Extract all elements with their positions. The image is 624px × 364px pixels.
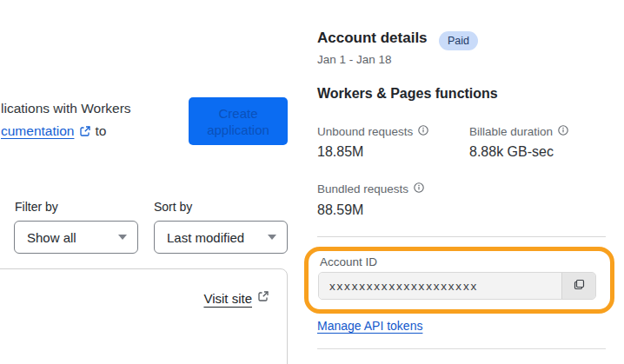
external-link-icon — [257, 290, 269, 306]
bundled-requests-label: Bundled requests — [317, 182, 424, 195]
filter-select-value: Show all — [27, 230, 76, 245]
sort-select[interactable]: Last modified — [154, 221, 288, 254]
billable-duration-label: Billable duration — [469, 125, 568, 138]
bundled-requests-value: 88.59M — [317, 202, 363, 218]
sort-by-label: Sort by — [154, 200, 192, 214]
intro-line-2: cumentationto — [1, 120, 131, 144]
sort-select-value: Last modified — [167, 230, 244, 245]
external-link-icon — [79, 122, 91, 144]
intro-suffix: to — [95, 123, 106, 138]
chevron-down-icon — [118, 235, 127, 240]
billing-date-range: Jan 1 - Jan 18 — [317, 53, 392, 66]
divider — [317, 236, 606, 237]
billable-duration-value: 8.88k GB-sec — [469, 144, 554, 160]
account-details-title: Account details — [317, 30, 428, 47]
filter-select[interactable]: Show all — [14, 221, 138, 254]
visit-site-link[interactable]: Visit site — [203, 291, 252, 306]
visit-site-wrap: Visit site — [203, 290, 273, 306]
account-id-label: Account ID — [320, 255, 377, 268]
workers-pages-functions-title: Workers & Pages functions — [317, 86, 498, 102]
documentation-link[interactable]: cumentation — [1, 123, 74, 138]
project-card: Visit site — [0, 268, 288, 364]
unbound-requests-label: Unbound requests — [317, 125, 428, 138]
manage-api-tokens-link[interactable]: Manage API tokens — [317, 319, 422, 333]
info-icon[interactable] — [558, 125, 568, 138]
account-id-input[interactable] — [319, 273, 561, 299]
chevron-down-icon — [268, 235, 276, 240]
filter-by-label: Filter by — [15, 200, 58, 214]
workers-pages-dashboard: lications with Workers cumentationto Cre… — [0, 0, 624, 364]
copy-account-id-button[interactable] — [561, 273, 595, 299]
info-icon[interactable] — [418, 125, 428, 138]
info-icon[interactable] — [414, 182, 424, 195]
divider — [317, 348, 606, 349]
account-id-group — [318, 272, 596, 300]
intro-text: lications with Workers cumentationto — [1, 97, 131, 144]
create-application-button[interactable]: Create application — [189, 97, 288, 145]
paid-plan-badge: Paid — [439, 31, 478, 50]
unbound-requests-value: 18.85M — [317, 144, 363, 160]
copy-icon — [573, 278, 586, 294]
intro-line-1: lications with Workers — [1, 97, 131, 120]
